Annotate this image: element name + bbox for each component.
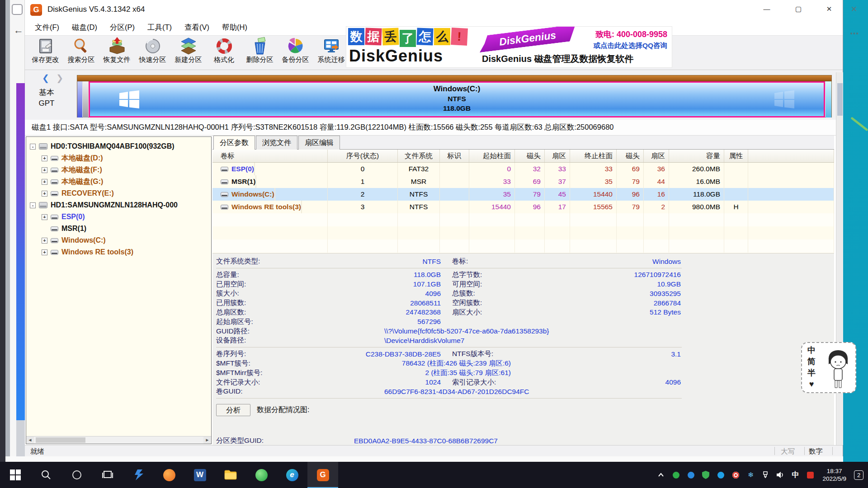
scrollbar-thumb[interactable] xyxy=(837,83,843,116)
tray-expand-icon[interactable] xyxy=(656,470,665,479)
table-row-windows-c-selected[interactable]: Windows(C:) 2NTFS 357945 154409616 118.0… xyxy=(212,188,834,201)
ime-status-widget[interactable]: 中 简 半 ♥ xyxy=(801,342,856,393)
netapp-red-icon[interactable] xyxy=(806,470,815,479)
tree-item-windows-c[interactable]: +Windows(C:) xyxy=(26,235,211,246)
maximize-button[interactable]: ▢ xyxy=(785,0,811,18)
col-end-sector[interactable]: 扇区 xyxy=(644,150,669,162)
prev-disk-icon[interactable]: ❮ xyxy=(42,73,49,83)
security-red-icon[interactable] xyxy=(731,470,740,479)
tab-sector-editor[interactable]: 扇区编辑 xyxy=(298,136,340,150)
action-center-icon[interactable]: 2 xyxy=(854,470,863,480)
expand-icon[interactable]: + xyxy=(42,179,47,185)
table-row-esp[interactable]: ESP(0) 0FAT32 03233 336936 260.0MB xyxy=(212,163,834,175)
expand-icon[interactable]: + xyxy=(42,155,47,161)
expand-icon[interactable]: + xyxy=(42,167,47,173)
edge-icon[interactable]: e xyxy=(277,462,307,488)
col-index[interactable]: 序号(状态) xyxy=(328,150,398,162)
menu-file[interactable]: 文件(F) xyxy=(28,23,66,33)
ad-banner[interactable]: 数 据 丢 了 怎 么 ! DiskGenius DiskGenius 致电: … xyxy=(346,26,672,68)
analyze-button[interactable]: 分析 xyxy=(216,404,250,416)
expand-icon[interactable]: + xyxy=(42,249,47,255)
taskbar-search-button[interactable] xyxy=(31,462,61,488)
task-view-button[interactable] xyxy=(92,462,123,488)
new-partition-button[interactable]: 新建分区 xyxy=(170,36,206,69)
tree-item-hd1[interactable]: -HD1:SAMSUNGMZNLN128HAHQ-000 xyxy=(26,199,211,211)
usb-plug-icon[interactable] xyxy=(761,470,770,479)
tree-item-hd0[interactable]: -HD0:TOSHIBAMQ04ABF100(932GB) xyxy=(26,141,211,152)
tree-item-g[interactable]: +本地磁盘(G:) xyxy=(26,176,211,188)
col-start-sector[interactable]: 扇区 xyxy=(545,150,570,162)
col-end-cyl[interactable]: 终止柱面 xyxy=(570,150,617,162)
col-start-head[interactable]: 磁头 xyxy=(515,150,545,162)
collapse-icon[interactable]: - xyxy=(30,202,36,208)
tree-item-windows-re[interactable]: +Windows RE tools(3) xyxy=(26,246,211,258)
table-row-msr[interactable]: MSR(1) 1MSR 336937 357944 16.0MB xyxy=(212,175,834,188)
diskgenius-taskbar-icon[interactable]: G xyxy=(307,462,338,488)
tree-item-esp[interactable]: +ESP(0) xyxy=(26,211,211,223)
shield-green-icon[interactable] xyxy=(701,470,710,479)
next-disk-icon[interactable]: ❯ xyxy=(56,73,63,83)
background-more-icon[interactable]: ⋯ xyxy=(850,28,859,39)
tree-item-d[interactable]: +本地磁盘(D:) xyxy=(26,152,211,164)
minimize-button[interactable]: — xyxy=(754,0,780,18)
detail-label: 可用空间: xyxy=(452,280,529,289)
browser-blue-icon[interactable] xyxy=(686,470,695,479)
tree-item-f[interactable]: +本地磁盘(F:) xyxy=(26,164,211,176)
menu-help[interactable]: 帮助(H) xyxy=(216,23,254,33)
qq-blue-icon[interactable] xyxy=(716,470,725,479)
menu-disk[interactable]: 磁盘(D) xyxy=(66,23,104,33)
antivirus-green-icon[interactable] xyxy=(671,470,680,479)
file-explorer-icon[interactable] xyxy=(215,462,246,488)
quick-partition-button[interactable]: 快速分区 xyxy=(135,36,170,69)
backup-partition-button[interactable]: 备份分区 xyxy=(278,36,313,69)
partition-segment-re-tools[interactable] xyxy=(826,81,831,117)
app-orange-browser-icon[interactable] xyxy=(154,462,184,488)
col-end-head[interactable]: 磁头 xyxy=(617,150,644,162)
cortana-button[interactable] xyxy=(61,462,92,488)
scrollbar-thumb[interactable] xyxy=(36,437,85,443)
expand-icon[interactable]: + xyxy=(42,238,47,244)
background-close-icon[interactable]: ✕ xyxy=(851,5,857,14)
ad-qq-link[interactable]: 或点击此处选择QQ咨询 xyxy=(593,41,667,51)
back-arrow-icon[interactable]: ← xyxy=(14,24,24,36)
tab-browse-files[interactable]: 浏览文件 xyxy=(256,136,297,150)
col-volume[interactable]: 卷标 xyxy=(212,150,328,162)
partition-segment-msr[interactable] xyxy=(83,81,88,117)
volume-icon[interactable] xyxy=(776,470,785,479)
scroll-left-icon[interactable]: ◄ xyxy=(26,436,34,444)
delete-partition-button[interactable]: 删除分区 xyxy=(242,36,278,69)
expand-icon[interactable]: + xyxy=(42,214,47,220)
taskbar-clock[interactable]: 18:37 2022/5/9 xyxy=(822,467,846,483)
partition-segment-windows[interactable]: Windows(C:) NTFS 118.0GB xyxy=(89,81,825,117)
word-icon[interactable]: W xyxy=(184,462,215,488)
menu-tools[interactable]: 工具(T) xyxy=(141,23,178,33)
close-button[interactable]: ✕ xyxy=(816,0,842,18)
snowflake-blue-icon[interactable]: ❄ xyxy=(746,470,755,479)
col-filesystem[interactable]: 文件系统 xyxy=(398,150,440,162)
tree-item-msr[interactable]: MSR(1) xyxy=(26,223,211,235)
col-attr[interactable]: 属性 xyxy=(724,150,748,162)
tree-horizontal-scrollbar[interactable]: ◄ ► xyxy=(26,436,211,444)
menu-view[interactable]: 查看(V) xyxy=(178,23,216,33)
col-flag[interactable]: 标识 xyxy=(440,150,469,162)
scroll-right-icon[interactable]: ► xyxy=(203,436,211,444)
format-button[interactable]: 格式化 xyxy=(206,36,242,69)
start-button[interactable] xyxy=(0,462,31,488)
partition-segment-esp[interactable] xyxy=(77,81,82,117)
search-partition-button[interactable]: 搜索分区 xyxy=(63,36,99,69)
browser-green-icon[interactable] xyxy=(246,462,277,488)
collapse-icon[interactable]: - xyxy=(30,144,36,150)
menu-partition[interactable]: 分区(P) xyxy=(104,23,141,33)
col-capacity[interactable]: 容量 xyxy=(669,150,724,162)
save-changes-button[interactable]: 保存更改 xyxy=(28,36,63,69)
system-migration-button[interactable]: 系统迁移 xyxy=(313,36,349,69)
tab-partition-params[interactable]: 分区参数 xyxy=(213,136,255,150)
col-start-cyl[interactable]: 起始柱面 xyxy=(469,150,515,162)
table-row-windows-re[interactable]: Windows RE tools(3) 3NTFS 154409617 1556… xyxy=(212,201,834,213)
detail-value: 66D9C7F6-8231-4D34-AD67-201D26DC94FC xyxy=(384,388,529,396)
ime-indicator[interactable]: 中 xyxy=(791,470,800,479)
expand-icon[interactable]: + xyxy=(42,191,47,197)
app-blue-bolt-icon[interactable] xyxy=(123,462,154,488)
recover-files-button[interactable]: 恢复文件 xyxy=(99,36,135,69)
tree-item-recovery[interactable]: +RECOVERY(E:) xyxy=(26,188,211,199)
